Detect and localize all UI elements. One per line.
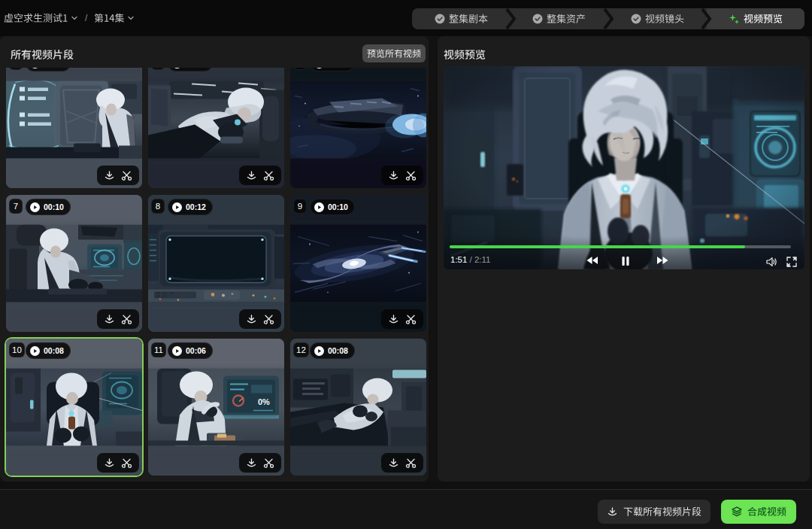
svg-text:0%: 0% [258,397,270,406]
